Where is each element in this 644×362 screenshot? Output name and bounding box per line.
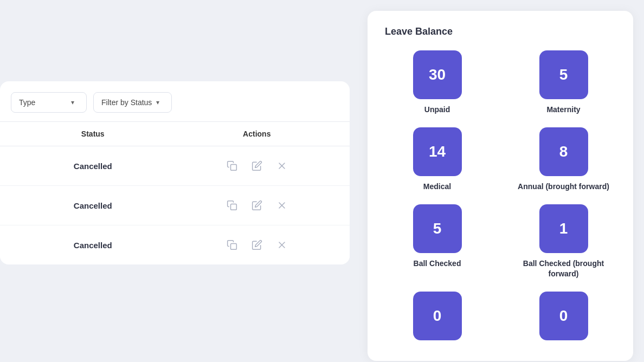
balance-item-medical: 14 Medical — [385, 127, 490, 191]
balance-label-ball-checked: Ball Checked — [414, 258, 461, 268]
row-status: Cancelled — [11, 241, 175, 250]
copy-button[interactable] — [224, 237, 240, 253]
row-actions — [175, 237, 339, 253]
copy-button[interactable] — [224, 158, 240, 173]
table-row: Cancelled — [0, 186, 350, 225]
table-header: Status Actions — [0, 122, 350, 146]
balance-tile-maternity: 5 — [539, 50, 588, 99]
balance-label-maternity: Maternity — [546, 105, 580, 114]
balance-tile-ball-checked-forward: 1 — [539, 204, 588, 253]
row-status: Cancelled — [11, 201, 175, 210]
balance-item-maternity: 5 Maternity — [511, 50, 616, 114]
status-filter-chevron: ▾ — [156, 99, 159, 106]
balance-item-8: 0 — [511, 292, 616, 346]
edit-button[interactable] — [249, 198, 265, 213]
edit-button[interactable] — [249, 158, 265, 173]
balance-item-ball-checked-forward: 1 Ball Checked (brought forward) — [511, 204, 616, 278]
type-filter[interactable]: Type ▾ — [11, 92, 87, 113]
balance-item-ball-checked: 5 Ball Checked — [385, 204, 490, 278]
balance-label-ball-checked-forward: Ball Checked (brought forward) — [511, 258, 616, 278]
left-panel: Type ▾ Filter by Status ▾ Status Actions… — [0, 0, 352, 362]
status-filter[interactable]: Filter by Status ▾ — [93, 92, 172, 113]
svg-rect-6 — [230, 244, 236, 250]
copy-button[interactable] — [224, 198, 240, 213]
row-actions — [175, 158, 339, 173]
balance-grid: 30 Unpaid 5 Maternity 14 Medical 8 Annua… — [385, 50, 616, 346]
header-status: Status — [11, 130, 175, 138]
row-actions — [175, 198, 339, 213]
delete-button[interactable] — [274, 237, 289, 253]
balance-label-annual: Annual (brought forward) — [518, 182, 609, 191]
balance-item-7: 0 — [385, 292, 490, 346]
svg-rect-3 — [230, 204, 236, 210]
table-row: Cancelled — [0, 146, 350, 186]
filter-row: Type ▾ Filter by Status ▾ — [0, 81, 350, 122]
delete-button[interactable] — [274, 198, 289, 213]
balance-tile-ball-checked: 5 — [413, 204, 462, 253]
leave-balance-card: Leave Balance 30 Unpaid 5 Maternity 14 M… — [368, 11, 633, 361]
delete-button[interactable] — [274, 158, 289, 173]
leave-table-card: Type ▾ Filter by Status ▾ Status Actions… — [0, 81, 350, 264]
balance-tile-annual: 8 — [539, 127, 588, 176]
leave-balance-title: Leave Balance — [385, 26, 616, 37]
svg-rect-0 — [230, 165, 236, 171]
balance-tile-8: 0 — [539, 292, 588, 340]
table-row: Cancelled — [0, 225, 350, 264]
type-filter-label: Type — [19, 98, 35, 107]
type-filter-chevron: ▾ — [71, 99, 74, 106]
status-filter-label: Filter by Status — [101, 98, 152, 107]
balance-item-annual: 8 Annual (brought forward) — [511, 127, 616, 191]
balance-tile-unpaid: 30 — [413, 50, 462, 99]
edit-button[interactable] — [249, 237, 265, 253]
header-actions: Actions — [175, 130, 339, 138]
row-status: Cancelled — [11, 161, 175, 171]
balance-label-medical: Medical — [423, 182, 451, 191]
balance-label-unpaid: Unpaid — [424, 105, 450, 114]
balance-tile-7: 0 — [413, 292, 462, 340]
balance-item-unpaid: 30 Unpaid — [385, 50, 490, 114]
balance-tile-medical: 14 — [413, 127, 462, 176]
